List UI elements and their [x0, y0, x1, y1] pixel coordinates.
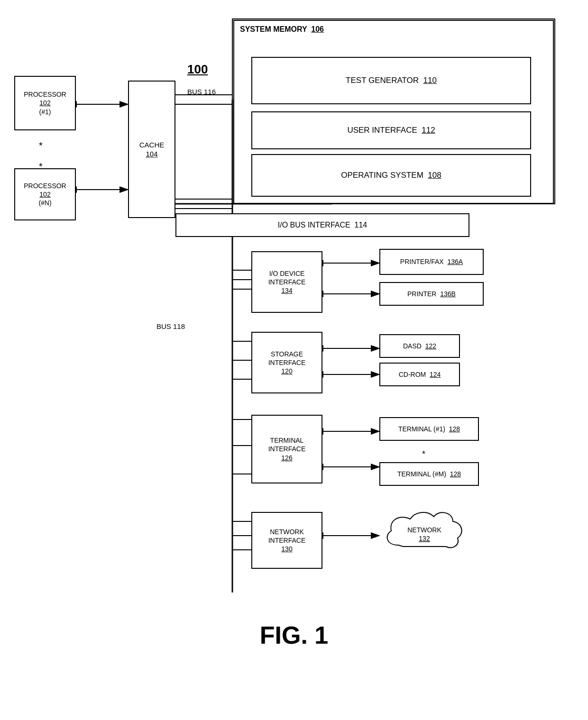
- network-interface-box: NETWORKINTERFACE130: [251, 512, 322, 569]
- cdrom-box: CD-ROM 124: [379, 363, 460, 386]
- terminalM-box: TERMINAL (#M) 128: [379, 462, 479, 486]
- network-cloud: NETWORK 132: [379, 505, 469, 557]
- operating-system-box: OPERATING SYSTEM 108: [251, 154, 531, 197]
- test-generator-box: TEST GENERATOR 110: [251, 57, 531, 104]
- figure-caption: FIG. 1: [260, 621, 328, 649]
- ref-100-label: 100: [187, 62, 208, 77]
- printer-box: PRINTER 136B: [379, 282, 484, 306]
- io-bus-interface-box: I/O BUS INTERFACE 114: [175, 213, 469, 237]
- processorN-box: PROCESSOR102(#N): [14, 168, 76, 220]
- cache-box: CACHE104: [128, 81, 175, 218]
- terminal-interface-box: TERMINALINTERFACE126: [251, 415, 322, 483]
- bus116-label: BUS 116: [187, 88, 216, 96]
- dasd-box: DASD 122: [379, 334, 460, 358]
- svg-text:132: 132: [419, 535, 430, 542]
- terminal1-box: TERMINAL (#1) 128: [379, 417, 479, 441]
- printer-fax-box: PRINTER/FAX 136A: [379, 249, 484, 275]
- user-interface-box: USER INTERFACE 112: [251, 111, 531, 149]
- storage-interface-box: STORAGEINTERFACE120: [251, 332, 322, 393]
- diagram: 100 BUS 116 BUS 118 SYSTEM MEMORY 106 TE…: [0, 0, 588, 664]
- svg-text:NETWORK: NETWORK: [407, 526, 441, 534]
- io-device-interface-box: I/O DEVICEINTERFACE134: [251, 251, 322, 313]
- bus118-label: BUS 118: [156, 322, 185, 330]
- processor1-box: PROCESSOR102(#1): [14, 76, 76, 130]
